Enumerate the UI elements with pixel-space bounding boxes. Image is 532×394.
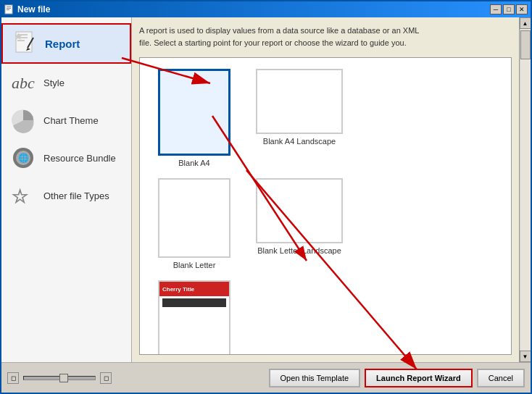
- template-thumb-blank-letter[interactable]: [158, 178, 230, 258]
- sidebar-label-style: Style: [43, 77, 65, 88]
- main-right: A report is used to display values from …: [132, 17, 531, 362]
- window-icon: [4, 4, 14, 14]
- close-button[interactable]: ✕: [516, 4, 528, 14]
- content-area: ★ Report abc Style: [1, 17, 531, 362]
- svg-rect-2: [7, 8, 11, 9]
- launch-report-wizard-button[interactable]: Launch Report Wizard: [365, 369, 473, 387]
- svg-text:abc: abc: [12, 74, 35, 92]
- cancel-button[interactable]: Cancel: [477, 369, 525, 387]
- chart-theme-icon: [9, 106, 38, 135]
- svg-rect-3: [7, 9, 9, 10]
- template-label-blank-a4: Blank A4: [178, 159, 209, 167]
- report-icon: ★: [10, 29, 39, 58]
- template-thumb-cherry-title[interactable]: Cherry Title: [158, 280, 230, 355]
- template-thumb-blank-letter-landscape[interactable]: [256, 178, 343, 243]
- sidebar-item-chart-theme[interactable]: Chart Theme: [1, 101, 131, 139]
- template-label-blank-a4-landscape: Blank A4 Landscape: [263, 137, 336, 146]
- sidebar-label-other-file-types: Other file Types: [43, 190, 109, 201]
- template-item-blank-letter[interactable]: Blank Letter: [151, 178, 238, 269]
- open-template-button[interactable]: Open this Template: [269, 369, 361, 387]
- scroll-up-button[interactable]: ▲: [520, 17, 531, 29]
- resource-bundle-icon: 🌐: [9, 143, 38, 172]
- sidebar-label-resource-bundle: Resource Bundle: [43, 153, 116, 164]
- template-label-blank-letter: Blank Letter: [173, 261, 216, 269]
- svg-text:★: ★: [14, 30, 23, 42]
- sidebar-label-report: Report: [45, 38, 80, 50]
- zoom-out-button[interactable]: ◻: [7, 372, 19, 384]
- zoom-thumb[interactable]: [59, 374, 68, 382]
- templates-grid: Blank A4 Blank A4 Landscape Blan: [147, 65, 504, 355]
- template-item-cherry-title[interactable]: Cherry Title Cherry Title: [151, 280, 238, 355]
- template-thumb-blank-a4[interactable]: [158, 69, 230, 156]
- style-icon: abc: [9, 68, 38, 97]
- template-item-blank-a4[interactable]: Blank A4: [151, 69, 238, 167]
- template-label-blank-letter-landscape: Blank Letter Landscape: [257, 246, 341, 255]
- scroll-thumb[interactable]: [520, 30, 531, 59]
- description-text: A report is used to display values from …: [139, 25, 429, 49]
- svg-rect-1: [7, 7, 11, 7]
- scroll-down-button[interactable]: ▼: [520, 351, 531, 362]
- bottom-bar: ◻ ◻ Open this Template Launch Report Wiz…: [1, 362, 531, 393]
- sidebar-label-chart-theme: Chart Theme: [43, 115, 99, 126]
- sidebar: ★ Report abc Style: [1, 17, 132, 362]
- maximize-button[interactable]: □: [503, 4, 515, 14]
- sidebar-item-resource-bundle[interactable]: 🌐 Resource Bundle: [1, 139, 131, 177]
- scroll-track[interactable]: [520, 29, 531, 351]
- bottom-left: ◻ ◻: [7, 372, 112, 384]
- template-item-blank-a4-landscape[interactable]: Blank A4 Landscape: [256, 69, 343, 167]
- title-bar-buttons: ─ □ ✕: [490, 4, 528, 14]
- template-thumb-blank-a4-landscape[interactable]: [256, 69, 343, 134]
- title-bar: New file ─ □ ✕: [1, 1, 531, 17]
- template-item-blank-letter-landscape[interactable]: Blank Letter Landscape: [256, 178, 343, 269]
- svg-text:☆: ☆: [12, 185, 28, 207]
- templates-scroll-area[interactable]: Blank A4 Blank A4 Landscape Blan: [139, 57, 512, 355]
- title-bar-text: New file: [4, 4, 50, 14]
- main-panel: A report is used to display values from …: [132, 17, 519, 362]
- main-window: New file ─ □ ✕: [0, 0, 532, 394]
- right-scrollbar: ▲ ▼: [519, 17, 531, 362]
- minimize-button[interactable]: ─: [490, 4, 502, 14]
- bottom-buttons: Open this Template Launch Report Wizard …: [269, 369, 525, 387]
- zoom-in-button[interactable]: ◻: [100, 372, 112, 384]
- svg-text:🌐: 🌐: [18, 152, 29, 163]
- sidebar-item-other-file-types[interactable]: ☆ ☆ Other file Types: [1, 177, 131, 214]
- zoom-slider[interactable]: [23, 376, 96, 380]
- other-file-types-icon: ☆ ☆: [9, 181, 38, 210]
- sidebar-item-style[interactable]: abc Style: [1, 64, 131, 101]
- sidebar-item-report[interactable]: ★ Report: [1, 23, 131, 64]
